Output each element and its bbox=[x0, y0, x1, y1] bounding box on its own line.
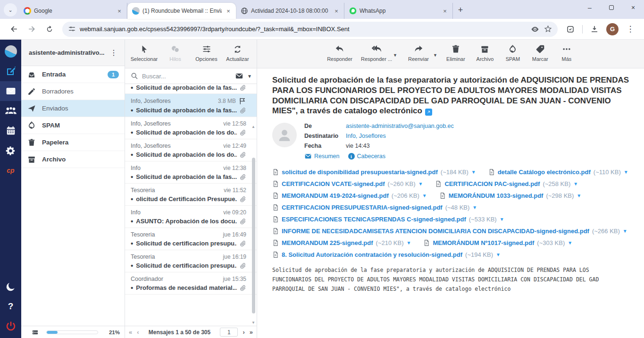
message-row[interactable]: Tesoreriavie 11:52•olicitud de Certifica… bbox=[125, 184, 257, 206]
message-row[interactable]: Infovie 12:38•Solicitud de aprobación de… bbox=[125, 161, 257, 184]
options-button[interactable]: Opciones bbox=[193, 44, 220, 62]
sidebar-item-entrada[interactable]: Entrada1 bbox=[21, 66, 125, 83]
first-page-button[interactable]: « bbox=[129, 329, 132, 336]
browser-tab[interactable]: Google× bbox=[19, 3, 127, 19]
attachment-menu-icon[interactable]: ▼ bbox=[418, 181, 423, 186]
site-settings-icon[interactable] bbox=[68, 25, 76, 33]
attachment-name-link[interactable]: MEMORÁNDUM Nº1017-signed.pdf bbox=[433, 239, 534, 246]
sidebar-item-spam[interactable]: SPAM bbox=[21, 117, 125, 134]
attachment-name-link[interactable]: detalle Catálogo electrónico.pdf bbox=[498, 169, 591, 176]
profile-avatar[interactable]: G bbox=[606, 23, 619, 35]
reply-all-caret-icon[interactable]: ▼ bbox=[393, 53, 397, 62]
address-bar[interactable]: webmail.sanjuan.gob.ec/cpsess5423996997/… bbox=[62, 22, 558, 37]
back-button[interactable] bbox=[7, 22, 21, 36]
attachment-name-link[interactable]: 8. Solicitud Autorización contratación y… bbox=[282, 251, 462, 258]
attachment-item[interactable]: MEMORÁNDUM 1033-signed.pdf(~298 KB)▼ bbox=[439, 192, 582, 199]
attachment-menu-icon[interactable]: ▼ bbox=[496, 252, 501, 257]
tab-close-icon[interactable]: × bbox=[333, 7, 340, 15]
sidebar-item-borradores[interactable]: Borradores bbox=[21, 83, 125, 100]
prev-page-button[interactable]: ‹ bbox=[137, 329, 139, 336]
rail-help-button[interactable]: ? bbox=[0, 296, 21, 316]
sidebar-item-archivo[interactable]: Archivo bbox=[21, 151, 125, 168]
rail-compose-button[interactable] bbox=[0, 61, 21, 81]
attachment-name-link[interactable]: CERTIFICACION VCATE-signed.pdf bbox=[282, 180, 385, 187]
attachment-item[interactable]: detalle Catálogo electrónico.pdf(~110 KB… bbox=[488, 169, 628, 176]
attachment-name-link[interactable]: CERTIFICACION PRESUPUESTARIA-signed-sign… bbox=[282, 204, 443, 211]
message-row[interactable]: Coordinadorjue 15:35•Proformas de necesi… bbox=[125, 272, 257, 295]
attachment-item[interactable]: CERTIFICACION PRESUPUESTARIA-signed-sign… bbox=[272, 204, 477, 211]
select-button[interactable]: Seleccionar bbox=[131, 44, 158, 62]
reload-button[interactable] bbox=[42, 22, 57, 36]
reply-all-button[interactable]: Responder ... bbox=[361, 44, 392, 62]
message-row[interactable]: Info, Joseflores3.8 MB•Solicitud de apro… bbox=[125, 94, 257, 117]
attachment-menu-icon[interactable]: ▼ bbox=[422, 193, 427, 198]
spam-button[interactable]: SPAM bbox=[503, 44, 522, 62]
attachment-item[interactable]: MEMORANDUM 419-2024-signed.pdf(~206 KB)▼ bbox=[272, 192, 427, 199]
search-scope-icon[interactable] bbox=[235, 72, 243, 80]
message-row[interactable]: Tesoreriajue 16:19•Solicitud de certific… bbox=[125, 250, 257, 272]
page-input[interactable] bbox=[220, 328, 238, 337]
attachment-menu-icon[interactable]: ▼ bbox=[471, 169, 476, 175]
tab-search-button[interactable]: ⌄ bbox=[4, 3, 17, 17]
threads-button[interactable]: Hilos bbox=[162, 44, 189, 62]
browser-tab[interactable]: Actividad 2024-10-18 08:00:00× bbox=[236, 3, 344, 19]
rail-logout-button[interactable] bbox=[0, 316, 21, 336]
next-page-button[interactable]: › bbox=[243, 329, 244, 336]
refresh-button[interactable]: Actualizar bbox=[224, 44, 251, 62]
message-row[interactable]: •Solicitud de aprobación de la fas... bbox=[125, 84, 257, 94]
attachment-menu-icon[interactable]: ▼ bbox=[500, 217, 504, 222]
attachment-item[interactable]: solicitud de disponibilidad presupuestar… bbox=[272, 169, 476, 176]
external-edit-icon[interactable] bbox=[425, 109, 432, 116]
folder-options-icon[interactable]: ⋮ bbox=[108, 48, 120, 57]
search-chevron-icon[interactable]: ▼ bbox=[247, 74, 252, 79]
attachment-item[interactable]: CERTIFICACION VCATE-signed.pdf(~260 KB)▼ bbox=[272, 180, 423, 187]
delete-button[interactable]: Eliminar bbox=[445, 44, 467, 62]
flag-icon[interactable] bbox=[239, 97, 246, 105]
tab-close-icon[interactable]: × bbox=[441, 7, 449, 15]
attachment-name-link[interactable]: MEMORÁNDUM 1033-signed.pdf bbox=[449, 192, 544, 199]
minimize-button[interactable]: – bbox=[579, 0, 601, 15]
restore-button[interactable] bbox=[601, 0, 622, 15]
archive-button[interactable]: Archivo bbox=[474, 44, 496, 62]
mark-button[interactable]: Marcar bbox=[530, 44, 551, 62]
forward-caret-icon[interactable]: ▼ bbox=[433, 53, 437, 62]
rail-mail-button[interactable] bbox=[0, 81, 21, 101]
attachment-menu-icon[interactable]: ▼ bbox=[624, 169, 628, 175]
attachment-menu-icon[interactable]: ▼ bbox=[472, 205, 477, 210]
attachment-item[interactable]: INFORME DE NECESIDADCAMISETAS ATENCION D… bbox=[272, 228, 627, 235]
to-recipients-link[interactable]: Info, Joseflores bbox=[346, 133, 386, 139]
forward-button[interactable]: Reenviar bbox=[405, 44, 432, 62]
attachment-menu-icon[interactable]: ▼ bbox=[577, 193, 581, 198]
message-row[interactable]: Info, Josefloresvie 12:58•Solicitud de a… bbox=[125, 117, 257, 139]
download-icon[interactable] bbox=[587, 22, 602, 36]
headers-button[interactable]: iCabeceras bbox=[348, 153, 385, 160]
bookmark-star-icon[interactable] bbox=[544, 25, 552, 33]
attachment-item[interactable]: MEMORÁNDUM Nº1017-signed.pdf(~303 KB)▼ bbox=[423, 239, 572, 246]
attachment-item[interactable]: 8. Solicitud Autorización contratación y… bbox=[272, 251, 501, 258]
attachment-menu-icon[interactable]: ▼ bbox=[406, 240, 411, 245]
search-input[interactable] bbox=[142, 73, 231, 80]
browser-tab[interactable]: (1) Roundcube Webmail :: Envia× bbox=[127, 3, 236, 19]
rail-settings-button[interactable] bbox=[0, 141, 21, 161]
attachment-name-link[interactable]: ESPECIFICACIONES TECNICASPRENDAS C-signe… bbox=[282, 216, 466, 223]
message-row[interactable]: Infovie 09:20•ASUNTO: Aprobación de los … bbox=[125, 206, 257, 228]
from-address-link[interactable]: asistente-administrativo@sanjuan.gob.ec bbox=[346, 123, 454, 129]
rail-cpanel-button[interactable]: cp bbox=[0, 161, 21, 180]
attachment-name-link[interactable]: MEMORANDUM 419-2024-signed.pdf bbox=[282, 192, 389, 199]
rail-contacts-button[interactable] bbox=[0, 101, 21, 121]
message-row[interactable]: Info, Josefloresvie 12:49•Solicitud de a… bbox=[125, 139, 257, 161]
attachment-name-link[interactable]: solicitud de disponibilidad presupuestar… bbox=[282, 169, 438, 176]
sidebar-item-enviados[interactable]: Enviados bbox=[21, 100, 125, 117]
tab-close-icon[interactable]: × bbox=[225, 7, 232, 15]
new-tab-button[interactable]: + bbox=[454, 3, 467, 17]
attachment-name-link[interactable]: MEMORANDUM 225-signed.pdf bbox=[282, 239, 373, 246]
reply-button[interactable]: Responder bbox=[326, 44, 353, 62]
tab-close-icon[interactable]: × bbox=[116, 7, 123, 15]
attachment-item[interactable]: MEMORANDUM 225-signed.pdf(~210 KB)▼ bbox=[272, 239, 411, 246]
attachment-item[interactable]: CERTIFICACION PAC-signed.pdf(~258 KB)▼ bbox=[435, 180, 578, 187]
scroll-down-icon[interactable]: ▼ bbox=[251, 321, 255, 325]
attachment-name-link[interactable]: CERTIFICACION PAC-signed.pdf bbox=[444, 180, 540, 187]
scroll-up-icon[interactable]: ▲ bbox=[251, 125, 255, 129]
attachment-item[interactable]: ESPECIFICACIONES TECNICASPRENDAS C-signe… bbox=[272, 216, 504, 223]
attachment-menu-icon[interactable]: ▼ bbox=[623, 228, 627, 234]
